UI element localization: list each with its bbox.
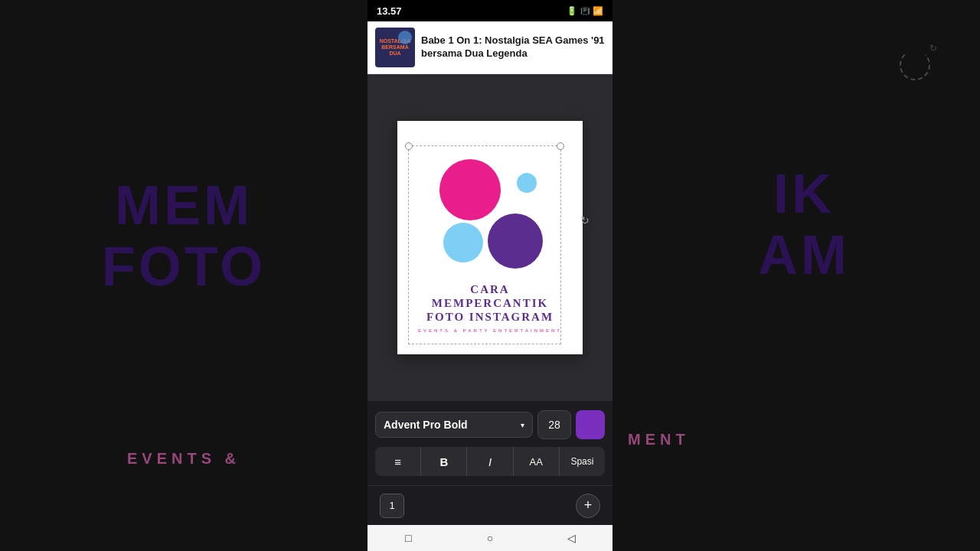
bg-right-text-1: IK <box>628 164 980 224</box>
bg-left-text-2: FOTO <box>102 236 266 297</box>
layer-indicator[interactable]: 1 <box>380 494 404 518</box>
bg-right-events-text: MENT <box>612 431 980 448</box>
circles-area <box>397 144 583 278</box>
design-canvas[interactable]: ↻ CARAMEMPERCANTIKFOTO INSTAGRAM EVENTS … <box>397 121 583 354</box>
add-icon: + <box>584 497 593 514</box>
font-selector[interactable]: Advent Pro Bold ▾ <box>375 412 533 438</box>
light-blue-small-circle[interactable] <box>517 173 537 193</box>
layer-number: 1 <box>389 500 394 511</box>
status-bar: 13.57 🔋 📳 📶 <box>368 0 612 21</box>
light-blue-large-circle[interactable] <box>443 223 483 262</box>
notif-thumbnail: NOSTALGIABERSAMADUA <box>375 28 415 67</box>
spacing-button[interactable]: Spasi <box>560 447 605 476</box>
battery-icon: 🔋 <box>567 6 577 16</box>
add-element-button[interactable]: + <box>576 494 600 518</box>
font-size-value: 28 <box>548 419 560 431</box>
canvas-area[interactable]: ↻ CARAMEMPERCANTIKFOTO INSTAGRAM EVENTS … <box>368 74 612 401</box>
format-toolbar: ≡ B I AA Spasi <box>375 447 605 476</box>
bg-right-text-2: AM <box>628 225 980 285</box>
purple-circle[interactable] <box>488 214 543 269</box>
text-section[interactable]: CARAMEMPERCANTIKFOTO INSTAGRAM EVENTS & … <box>397 282 583 333</box>
toolbar-area: Advent Pro Bold ▾ 28 ≡ B I AA Spasi <box>368 401 612 485</box>
bold-button[interactable]: B <box>421 447 467 476</box>
notification-bar[interactable]: NOSTALGIABERSAMADUA Babe 1 On 1: Nostalg… <box>368 21 612 74</box>
text-size-button[interactable]: AA <box>514 447 560 476</box>
vibrate-icon: 📳 <box>580 7 590 15</box>
status-time: 13.57 <box>377 5 402 17</box>
home-nav-icon[interactable]: □ <box>400 530 416 546</box>
font-size-box[interactable]: 28 <box>537 410 571 439</box>
back-nav-icon[interactable]: ◁ <box>564 530 580 546</box>
font-name-label: Advent Pro Bold <box>384 419 468 431</box>
wifi-icon: 📶 <box>593 6 603 16</box>
canvas-main-text: CARAMEMPERCANTIKFOTO INSTAGRAM <box>405 282 575 324</box>
status-icons: 🔋 📳 📶 <box>567 6 603 16</box>
align-button[interactable]: ≡ <box>375 447 421 476</box>
rotate-arrow-icon: ↻ <box>929 43 937 54</box>
bg-left-text-1: MEM <box>102 175 266 236</box>
canvas-sub-text: EVENTS & PARTY ENTERTAINMENT <box>405 328 575 333</box>
circle-nav-icon[interactable]: ○ <box>482 530 498 546</box>
background-right-panel: ↻ IK AM MENT <box>612 0 980 551</box>
italic-button[interactable]: I <box>467 447 513 476</box>
nav-bar: □ ○ ◁ <box>368 525 612 551</box>
rotate-indicator: ↻ <box>896 46 934 84</box>
bottom-bar: 1 + <box>368 485 612 525</box>
pink-circle[interactable] <box>439 159 501 220</box>
bg-left-events-text: EVENTS & <box>127 450 240 468</box>
notif-text: Babe 1 On 1: Nostalgia SEA Games '91 ber… <box>421 34 605 60</box>
font-dropdown-arrow-icon: ▾ <box>521 421 524 429</box>
background-left-panel: MEM FOTO EVENTS & <box>0 0 368 551</box>
color-swatch[interactable] <box>576 410 605 439</box>
font-toolbar: Advent Pro Bold ▾ 28 <box>375 410 605 439</box>
notif-title: Babe 1 On 1: Nostalgia SEA Games '91 ber… <box>421 34 605 60</box>
phone-container: 13.57 🔋 📳 📶 NOSTALGIABERSAMADUA Babe 1 O… <box>368 0 612 551</box>
